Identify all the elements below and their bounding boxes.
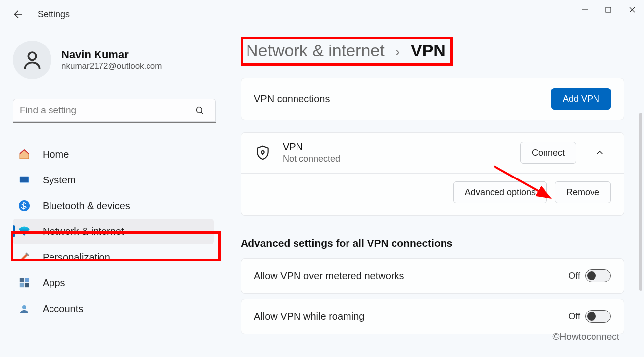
sidebar-item-system[interactable]: System: [13, 167, 214, 193]
search-icon: [195, 106, 205, 118]
shield-icon: [254, 144, 272, 162]
add-vpn-button[interactable]: Add VPN: [551, 88, 611, 110]
breadcrumb-current: VPN: [411, 41, 446, 60]
user-name: Navin Kumar: [61, 48, 162, 61]
app-title: Settings: [38, 9, 70, 20]
toggle-switch[interactable]: [585, 269, 611, 282]
chevron-right-icon: ›: [396, 45, 400, 59]
vpn-item-card: VPN Not connected Connect Advanced optio…: [241, 132, 624, 216]
sidebar: Navin Kumar nkumar2172@outlook.com Home: [0, 29, 223, 357]
toggle-label: Allow VPN while roaming: [254, 311, 568, 322]
sidebar-item-home[interactable]: Home: [13, 141, 214, 167]
sidebar-item-label: System: [43, 175, 76, 186]
back-button[interactable]: [9, 6, 26, 23]
brush-icon: [18, 251, 31, 264]
svg-rect-13: [25, 283, 29, 287]
toggle-state: Off: [568, 312, 580, 322]
home-icon: [18, 148, 31, 161]
search-container: [13, 99, 214, 123]
close-button[interactable]: [620, 0, 644, 20]
remove-button[interactable]: Remove: [555, 181, 611, 203]
toggle-card-metered: Allow VPN over metered networks Off: [241, 258, 624, 294]
title-bar: Settings: [0, 0, 644, 29]
content-pane: Network & internet › VPN VPN connections…: [223, 29, 644, 357]
sidebar-item-bluetooth[interactable]: Bluetooth & devices: [13, 193, 214, 219]
toggle-row-roaming[interactable]: Allow VPN while roaming Off: [241, 299, 624, 334]
toggle-state: Off: [568, 271, 580, 281]
svg-rect-12: [20, 283, 24, 287]
advanced-options-button[interactable]: Advanced options: [453, 181, 547, 203]
wifi-icon: [18, 225, 31, 238]
sidebar-item-personalization[interactable]: Personalization: [13, 244, 214, 270]
vpn-connection-row[interactable]: VPN Not connected Connect: [241, 133, 624, 173]
vpn-actions: Advanced options Remove: [241, 174, 624, 215]
sidebar-item-accounts[interactable]: Accounts: [13, 296, 214, 321]
bluetooth-icon: [18, 199, 31, 212]
sidebar-item-label: Personalization: [43, 252, 110, 263]
svg-point-4: [28, 52, 36, 60]
svg-point-5: [197, 107, 202, 113]
svg-rect-1: [606, 7, 611, 12]
toggle-label: Allow VPN over metered networks: [254, 270, 568, 282]
maximize-button[interactable]: [596, 0, 620, 20]
sidebar-item-label: Network & internet: [43, 226, 124, 237]
vpn-name: VPN: [283, 141, 509, 153]
avatar: [13, 41, 51, 79]
vpn-connections-title: VPN connections: [254, 93, 551, 105]
advanced-settings-heading: Advanced settings for all VPN connection…: [241, 237, 624, 249]
svg-rect-11: [25, 278, 29, 282]
user-account[interactable]: Navin Kumar nkumar2172@outlook.com: [13, 41, 214, 79]
toggle-switch[interactable]: [585, 310, 611, 323]
annotation-box-breadcrumb: Network & internet › VPN: [241, 37, 453, 66]
toggle-row-metered[interactable]: Allow VPN over metered networks Off: [241, 259, 624, 293]
toggle-card-roaming: Allow VPN while roaming Off: [241, 299, 624, 334]
sidebar-item-label: Apps: [43, 277, 65, 289]
scrollbar[interactable]: [639, 113, 642, 291]
sidebar-item-label: Bluetooth & devices: [43, 200, 130, 212]
vpn-status: Not connected: [283, 154, 509, 164]
svg-rect-10: [20, 278, 24, 282]
nav-list: Home System Bluetooth & devices Network …: [13, 141, 214, 321]
sidebar-item-label: Home: [43, 149, 69, 160]
accounts-icon: [18, 302, 31, 315]
user-email: nkumar2172@outlook.com: [61, 61, 162, 71]
minimize-button[interactable]: [573, 0, 596, 20]
search-input[interactable]: [13, 99, 216, 123]
watermark: ©Howtoconnect: [553, 331, 619, 342]
window-controls: [573, 0, 644, 20]
vpn-connections-card: VPN connections Add VPN: [241, 78, 624, 120]
svg-line-6: [201, 112, 203, 114]
breadcrumb-parent[interactable]: Network & internet: [246, 41, 385, 60]
svg-point-15: [261, 151, 264, 153]
breadcrumb: Network & internet › VPN: [243, 39, 450, 63]
svg-rect-8: [20, 177, 29, 182]
sidebar-item-network[interactable]: Network & internet: [13, 219, 214, 244]
system-icon: [18, 174, 31, 186]
apps-icon: [18, 276, 31, 289]
chevron-up-icon[interactable]: [589, 142, 611, 164]
sidebar-item-label: Accounts: [43, 303, 83, 314]
sidebar-item-apps[interactable]: Apps: [13, 270, 214, 296]
connect-button[interactable]: Connect: [520, 142, 576, 164]
svg-point-14: [22, 305, 26, 309]
